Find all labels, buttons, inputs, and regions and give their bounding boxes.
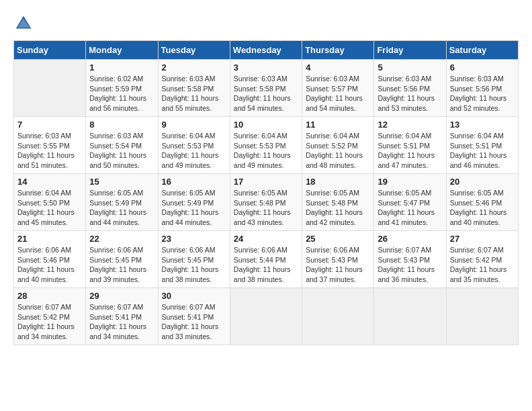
calendar-week-5: 28Sunrise: 6:07 AM Sunset: 5:42 PM Dayli… (14, 288, 519, 345)
day-info: Sunrise: 6:04 AM Sunset: 5:51 PM Dayligh… (450, 131, 515, 171)
calendar-cell: 1Sunrise: 6:02 AM Sunset: 5:59 PM Daylig… (86, 60, 158, 117)
day-number: 11 (306, 120, 370, 130)
weekday-header-saturday: Saturday (446, 41, 518, 60)
day-info: Sunrise: 6:03 AM Sunset: 5:57 PM Dayligh… (306, 74, 370, 113)
day-number: 8 (89, 120, 154, 130)
day-number: 9 (162, 120, 226, 130)
day-number: 10 (234, 120, 298, 130)
day-info: Sunrise: 6:03 AM Sunset: 5:58 PM Dayligh… (162, 74, 226, 113)
day-info: Sunrise: 6:03 AM Sunset: 5:56 PM Dayligh… (450, 74, 515, 113)
weekday-header-wednesday: Wednesday (230, 41, 302, 60)
day-number: 26 (378, 234, 442, 244)
weekday-header-thursday: Thursday (302, 41, 374, 60)
calendar-cell (446, 288, 518, 345)
calendar-cell: 6Sunrise: 6:03 AM Sunset: 5:56 PM Daylig… (446, 60, 518, 117)
day-number: 5 (378, 62, 442, 73)
day-info: Sunrise: 6:06 AM Sunset: 5:45 PM Dayligh… (162, 245, 226, 285)
day-number: 27 (450, 234, 515, 244)
calendar-cell: 2Sunrise: 6:03 AM Sunset: 5:58 PM Daylig… (158, 60, 230, 117)
calendar-cell: 29Sunrise: 6:07 AM Sunset: 5:41 PM Dayli… (86, 288, 158, 345)
calendar-cell: 17Sunrise: 6:05 AM Sunset: 5:48 PM Dayli… (230, 174, 302, 231)
day-info: Sunrise: 6:04 AM Sunset: 5:52 PM Dayligh… (306, 131, 370, 171)
calendar-cell: 18Sunrise: 6:05 AM Sunset: 5:48 PM Dayli… (302, 174, 374, 231)
day-info: Sunrise: 6:05 AM Sunset: 5:48 PM Dayligh… (234, 188, 298, 228)
day-info: Sunrise: 6:06 AM Sunset: 5:44 PM Dayligh… (234, 245, 298, 285)
calendar-cell: 23Sunrise: 6:06 AM Sunset: 5:45 PM Dayli… (158, 231, 230, 288)
day-info: Sunrise: 6:04 AM Sunset: 5:53 PM Dayligh… (162, 131, 226, 171)
day-number: 14 (17, 177, 82, 187)
day-number: 20 (450, 177, 515, 187)
calendar-week-1: 1Sunrise: 6:02 AM Sunset: 5:59 PM Daylig… (14, 60, 519, 117)
day-info: Sunrise: 6:07 AM Sunset: 5:41 PM Dayligh… (162, 302, 226, 342)
calendar-cell: 3Sunrise: 6:03 AM Sunset: 5:58 PM Daylig… (230, 60, 302, 117)
day-info: Sunrise: 6:06 AM Sunset: 5:46 PM Dayligh… (17, 245, 82, 285)
day-info: Sunrise: 6:06 AM Sunset: 5:45 PM Dayligh… (89, 245, 154, 285)
calendar-cell: 27Sunrise: 6:07 AM Sunset: 5:42 PM Dayli… (446, 231, 518, 288)
calendar-cell: 11Sunrise: 6:04 AM Sunset: 5:52 PM Dayli… (302, 117, 374, 174)
calendar-table: SundayMondayTuesdayWednesdayThursdayFrid… (13, 40, 519, 345)
day-info: Sunrise: 6:03 AM Sunset: 5:54 PM Dayligh… (89, 131, 154, 171)
day-number: 4 (306, 62, 370, 73)
logo (13, 13, 36, 34)
calendar-cell (14, 60, 86, 117)
page-header (13, 13, 519, 34)
day-info: Sunrise: 6:07 AM Sunset: 5:43 PM Dayligh… (378, 245, 442, 285)
day-number: 12 (378, 120, 442, 130)
calendar-cell: 4Sunrise: 6:03 AM Sunset: 5:57 PM Daylig… (302, 60, 374, 117)
day-info: Sunrise: 6:05 AM Sunset: 5:47 PM Dayligh… (378, 188, 442, 228)
day-info: Sunrise: 6:06 AM Sunset: 5:43 PM Dayligh… (306, 245, 370, 285)
day-info: Sunrise: 6:03 AM Sunset: 5:58 PM Dayligh… (234, 74, 298, 113)
day-number: 13 (450, 120, 515, 130)
weekday-header-tuesday: Tuesday (158, 41, 230, 60)
day-number: 16 (162, 177, 226, 187)
day-info: Sunrise: 6:03 AM Sunset: 5:56 PM Dayligh… (378, 74, 442, 113)
day-number: 28 (17, 291, 82, 301)
day-info: Sunrise: 6:07 AM Sunset: 5:42 PM Dayligh… (17, 302, 82, 342)
calendar-cell: 19Sunrise: 6:05 AM Sunset: 5:47 PM Dayli… (374, 174, 446, 231)
calendar-cell: 5Sunrise: 6:03 AM Sunset: 5:56 PM Daylig… (374, 60, 446, 117)
day-number: 29 (89, 291, 154, 301)
calendar-cell: 10Sunrise: 6:04 AM Sunset: 5:53 PM Dayli… (230, 117, 302, 174)
weekday-header-sunday: Sunday (14, 41, 86, 60)
calendar-cell: 22Sunrise: 6:06 AM Sunset: 5:45 PM Dayli… (86, 231, 158, 288)
day-number: 2 (162, 62, 226, 73)
day-info: Sunrise: 6:04 AM Sunset: 5:51 PM Dayligh… (378, 131, 442, 171)
day-number: 6 (450, 62, 515, 73)
weekday-header-monday: Monday (86, 41, 158, 60)
calendar-cell (374, 288, 446, 345)
calendar-cell: 13Sunrise: 6:04 AM Sunset: 5:51 PM Dayli… (446, 117, 518, 174)
day-number: 1 (89, 62, 154, 73)
day-number: 17 (234, 177, 298, 187)
calendar-cell: 9Sunrise: 6:04 AM Sunset: 5:53 PM Daylig… (158, 117, 230, 174)
calendar-cell: 30Sunrise: 6:07 AM Sunset: 5:41 PM Dayli… (158, 288, 230, 345)
day-number: 15 (89, 177, 154, 187)
calendar-cell: 15Sunrise: 6:05 AM Sunset: 5:49 PM Dayli… (86, 174, 158, 231)
day-number: 25 (306, 234, 370, 244)
calendar-week-3: 14Sunrise: 6:04 AM Sunset: 5:50 PM Dayli… (14, 174, 519, 231)
weekday-header-row: SundayMondayTuesdayWednesdayThursdayFrid… (14, 41, 519, 60)
day-info: Sunrise: 6:07 AM Sunset: 5:42 PM Dayligh… (450, 245, 515, 285)
calendar-cell: 7Sunrise: 6:03 AM Sunset: 5:55 PM Daylig… (14, 117, 86, 174)
calendar-cell (230, 288, 302, 345)
day-number: 24 (234, 234, 298, 244)
logo-icon (13, 13, 34, 34)
calendar-cell: 8Sunrise: 6:03 AM Sunset: 5:54 PM Daylig… (86, 117, 158, 174)
day-info: Sunrise: 6:05 AM Sunset: 5:49 PM Dayligh… (162, 188, 226, 228)
day-number: 3 (234, 62, 298, 73)
day-number: 21 (17, 234, 82, 244)
day-info: Sunrise: 6:07 AM Sunset: 5:41 PM Dayligh… (89, 302, 154, 342)
calendar-week-4: 21Sunrise: 6:06 AM Sunset: 5:46 PM Dayli… (14, 231, 519, 288)
calendar-cell (302, 288, 374, 345)
day-number: 7 (17, 120, 82, 130)
day-info: Sunrise: 6:04 AM Sunset: 5:53 PM Dayligh… (234, 131, 298, 171)
calendar-cell: 20Sunrise: 6:05 AM Sunset: 5:46 PM Dayli… (446, 174, 518, 231)
calendar-cell: 21Sunrise: 6:06 AM Sunset: 5:46 PM Dayli… (14, 231, 86, 288)
day-number: 18 (306, 177, 370, 187)
day-info: Sunrise: 6:04 AM Sunset: 5:50 PM Dayligh… (17, 188, 82, 228)
day-info: Sunrise: 6:05 AM Sunset: 5:48 PM Dayligh… (306, 188, 370, 228)
calendar-cell: 25Sunrise: 6:06 AM Sunset: 5:43 PM Dayli… (302, 231, 374, 288)
day-number: 22 (89, 234, 154, 244)
calendar-cell: 26Sunrise: 6:07 AM Sunset: 5:43 PM Dayli… (374, 231, 446, 288)
calendar-week-2: 7Sunrise: 6:03 AM Sunset: 5:55 PM Daylig… (14, 117, 519, 174)
day-info: Sunrise: 6:02 AM Sunset: 5:59 PM Dayligh… (89, 74, 154, 113)
